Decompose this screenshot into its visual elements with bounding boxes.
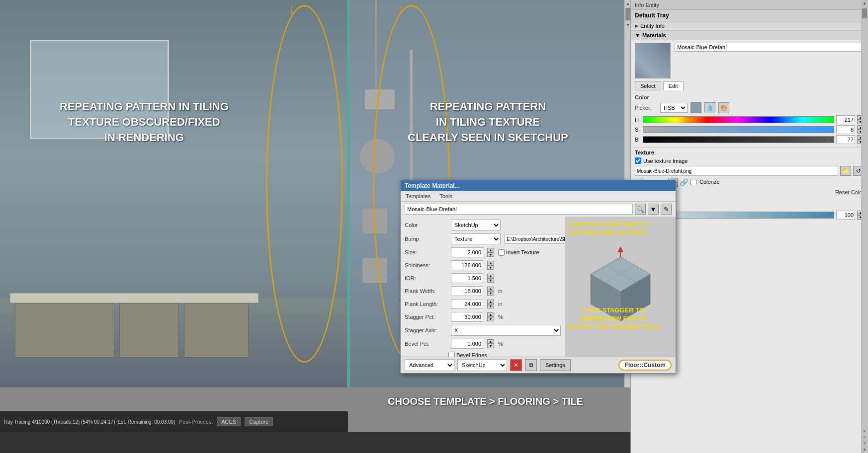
- footer-copy-button[interactable]: ⧉: [525, 359, 537, 371]
- invert-texture-checkbox[interactable]: [498, 249, 505, 256]
- dialog-content: Color SketchUp Bump Texture ▼ Size: ▲▼: [401, 217, 676, 357]
- stagger-pct-unit: %: [498, 314, 503, 320]
- materials-arrow: ▼: [635, 32, 640, 38]
- plank-width-input[interactable]: [451, 286, 483, 296]
- rp-scroll-thumb[interactable]: [862, 8, 867, 18]
- dialog-cube-preview: 1 MATCH PLANK SIZE TO TEXTURE SIZE TO ST…: [565, 217, 676, 357]
- stagger-axis-select[interactable]: X: [451, 325, 561, 336]
- shininess-spin[interactable]: ▲▼: [487, 261, 494, 270]
- material-name-input[interactable]: [675, 43, 864, 52]
- bottom-overlay-text: CHOOSE TEMPLATE > FLOORING > TILE: [388, 396, 583, 407]
- texture-filename-row: 📁 ↺: [635, 166, 864, 176]
- texture-filename-input[interactable]: [635, 166, 838, 176]
- floor-custom-badge: Floor::Custom: [618, 360, 672, 371]
- shininess-input[interactable]: [451, 260, 483, 270]
- s-label: S: [635, 127, 641, 133]
- material-tabs: Select Edit: [631, 81, 868, 90]
- stagger-pct-spin[interactable]: ▲▼: [487, 312, 494, 321]
- aces-button[interactable]: ACES: [217, 417, 241, 426]
- b-input[interactable]: [836, 135, 855, 144]
- scroll-thumb[interactable]: [625, 8, 630, 20]
- capture-button[interactable]: Capture: [245, 417, 273, 426]
- color-label: Color: [405, 222, 447, 228]
- info-entity-bar: Info Entity ×: [631, 0, 868, 10]
- right-panel-scrollbar[interactable]: ▲ × × × ▼: [861, 0, 868, 453]
- bevel-edges-checkbox[interactable]: [448, 352, 455, 357]
- dialog-search-button[interactable]: 🔍: [635, 204, 646, 215]
- b-slider[interactable]: [643, 136, 834, 143]
- rp-scroll-down[interactable]: ▼: [862, 447, 868, 453]
- footer-advanced-dropdown[interactable]: Advanced: [405, 359, 454, 371]
- ray-tracing-status: Ray Tracing 4/10000 (Threads:12) (54% 00…: [4, 419, 175, 425]
- size-label: Size:: [405, 249, 447, 255]
- bevel-pct-unit: %: [498, 341, 503, 347]
- bump-form-row: Bump Texture ▼: [405, 233, 561, 244]
- texture-browse-btn[interactable]: 📁: [840, 166, 851, 176]
- dialog-footer: Advanced SketchUp ✕ ⧉ Settings Floor::Cu…: [401, 357, 676, 373]
- dialog-search-row: 🔍 ▼ ✎: [401, 202, 676, 217]
- eyedropper-btn[interactable]: 💧: [704, 102, 715, 113]
- h-slider[interactable]: [643, 116, 834, 123]
- dialog-title-bar[interactable]: Template Material...: [401, 180, 676, 191]
- reset-color-button[interactable]: Reset Color: [835, 189, 864, 195]
- ior-spin[interactable]: ▲▼: [487, 274, 494, 283]
- color-section: Color Picker: HSB 💧 🎨 H ▲▼ S ▲▼ B: [631, 92, 868, 147]
- material-thumbnail: [635, 43, 671, 78]
- rp-scroll-up[interactable]: ▲: [862, 0, 868, 6]
- picker-label: Picker:: [635, 105, 657, 111]
- color-select[interactable]: SketchUp: [451, 220, 501, 230]
- bump-path-input[interactable]: [505, 234, 572, 244]
- dialog-dropdown-button[interactable]: ▼: [648, 204, 659, 215]
- info-entity-label: Info Entity: [635, 2, 659, 8]
- picker-select[interactable]: HSB: [660, 103, 688, 113]
- bevel-edges-label[interactable]: Bevel Edges: [448, 352, 487, 357]
- use-texture-checkbox[interactable]: [635, 157, 641, 164]
- h-input[interactable]: [836, 115, 855, 124]
- size-input[interactable]: [451, 247, 483, 257]
- color-header-row: Color: [635, 94, 864, 100]
- plank-width-spin[interactable]: ▲▼: [487, 287, 494, 296]
- tab-select[interactable]: Select: [635, 81, 661, 90]
- menu-tools[interactable]: Tools: [437, 192, 454, 200]
- dialog-edit-button[interactable]: ✎: [661, 204, 672, 215]
- footer-delete-button[interactable]: ✕: [510, 359, 522, 371]
- materials-section-header[interactable]: ▼ Materials: [631, 31, 868, 40]
- footer-settings-button[interactable]: Settings: [540, 359, 571, 371]
- ior-form-row: IOR: ▲▼: [405, 273, 561, 283]
- dialog-search-input[interactable]: [405, 204, 633, 215]
- use-texture-row: Use texture image: [635, 157, 864, 164]
- rp-x-mark-3: ×: [863, 441, 866, 446]
- bevel-pct-label: Bevel Pct:: [405, 341, 447, 347]
- s-slider[interactable]: [643, 126, 834, 133]
- link-icon: 🔗: [680, 178, 688, 186]
- color-form-row: Color SketchUp: [405, 220, 561, 230]
- size-spin[interactable]: ▲▼: [487, 248, 494, 257]
- menu-templates[interactable]: Templates: [404, 192, 433, 200]
- stagger-pct-input[interactable]: [451, 312, 483, 322]
- ior-input[interactable]: [451, 273, 483, 283]
- invert-texture-label[interactable]: Invert Texture: [498, 249, 539, 256]
- footer-sketchup-dropdown[interactable]: SketchUp: [457, 359, 507, 371]
- plank-length-input[interactable]: [451, 299, 483, 309]
- entity-info-label: Entity Info: [640, 23, 665, 29]
- entity-info-arrow: ▶: [635, 23, 638, 28]
- plank-width-unit: in: [498, 288, 503, 294]
- plank-length-label: Plank Length:: [405, 301, 447, 307]
- bump-type-select[interactable]: Texture: [451, 233, 501, 244]
- color-swatch-1[interactable]: [691, 102, 701, 113]
- colorize-checkbox[interactable]: [690, 179, 696, 185]
- entity-info-section[interactable]: ▶ Entity Info: [631, 21, 868, 31]
- bump-label: Bump: [405, 236, 447, 242]
- s-slider-row: S ▲▼: [635, 125, 864, 134]
- dialog-menu-bar: Templates Tools: [401, 191, 676, 202]
- opacity-input[interactable]: [836, 211, 855, 220]
- bevel-pct-input[interactable]: [451, 339, 483, 349]
- color-picker-btn[interactable]: 🎨: [718, 102, 729, 113]
- bevel-pct-spin[interactable]: ▲▼: [487, 339, 494, 348]
- s-input[interactable]: [836, 125, 855, 134]
- stagger-axis-form-row: Stagger Axis: X: [405, 325, 561, 336]
- plank-length-spin[interactable]: ▲▼: [487, 300, 494, 308]
- status-bar: Ray Tracing 4/10000 (Threads:12) (54% 00…: [0, 411, 348, 432]
- materials-label: Materials: [642, 32, 666, 38]
- tab-edit[interactable]: Edit: [663, 81, 684, 90]
